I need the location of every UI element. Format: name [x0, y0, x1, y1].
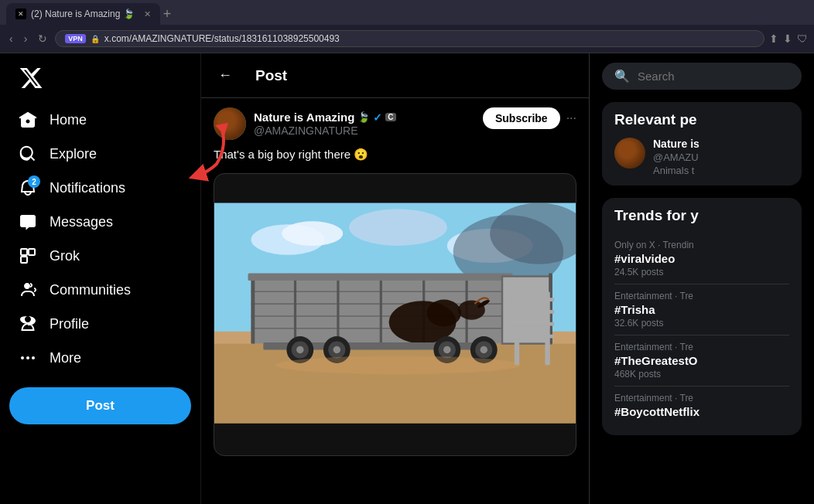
verified-icon: ✓	[373, 111, 382, 124]
c-badge: C	[385, 113, 395, 121]
sidebar-item-notifications[interactable]: 2 Notifications	[9, 171, 191, 205]
back-button[interactable]: ←	[214, 63, 237, 88]
svg-point-39	[296, 346, 303, 352]
post-view-header: ← Post	[201, 53, 589, 98]
more-icon	[19, 349, 37, 367]
relevant-person-avatar	[614, 138, 645, 169]
svg-point-10	[282, 221, 343, 246]
sidebar-item-explore[interactable]: Explore	[9, 137, 191, 171]
sidebar-item-label-explore: Explore	[50, 146, 97, 162]
sidebar-item-grok[interactable]: Grok	[9, 239, 191, 273]
lock-icon: 🔒	[91, 35, 100, 43]
trend-name-1: #viralvideo	[614, 252, 789, 265]
search-bar[interactable]: 🔍	[602, 63, 802, 90]
post-button[interactable]: Post	[9, 387, 191, 424]
sidebar-item-more[interactable]: More	[9, 341, 191, 375]
svg-rect-52	[511, 310, 554, 314]
sidebar-item-label-profile: Profile	[50, 316, 89, 332]
sidebar-item-messages[interactable]: Messages	[9, 205, 191, 239]
tweet-area: Nature is Amazing 🍃 ✓ C @AMAZINGNATURE S…	[201, 98, 589, 465]
svg-point-5	[21, 356, 24, 359]
author-display-name: Nature is Amazing 🍃 ✓ C	[254, 111, 396, 124]
profile-icon	[19, 315, 37, 333]
forward-button[interactable]: ›	[21, 29, 31, 48]
relevant-person-desc: Animals t	[653, 165, 699, 176]
svg-rect-4	[21, 257, 27, 263]
new-tab-button[interactable]: +	[163, 6, 172, 22]
subscribe-button[interactable]: Subscribe	[483, 107, 560, 129]
url-bar[interactable]: VPN 🔒 x.com/AMAZINGNATURE/status/1831611…	[55, 30, 764, 47]
svg-point-11	[349, 209, 447, 245]
downloads-icon[interactable]: ⬇	[783, 32, 792, 45]
url-text: x.com/AMAZINGNATURE/status/1831611038925…	[104, 33, 754, 44]
trend-name-4: #BoycottNetflix	[614, 405, 789, 418]
svg-rect-22	[251, 276, 255, 343]
svg-point-55	[275, 356, 521, 374]
tab-close-button[interactable]: ✕	[144, 9, 151, 19]
svg-rect-53	[511, 322, 554, 325]
svg-point-6	[26, 356, 29, 359]
relevant-person-name: Nature is	[653, 138, 699, 150]
app-layout: Home Explore 2 Notifications Messa	[0, 53, 814, 504]
vpn-badge: VPN	[65, 34, 86, 43]
trend-name-2: #Trisha	[614, 303, 789, 316]
sidebar-item-label-home: Home	[50, 112, 87, 128]
sidebar-item-label-messages: Messages	[50, 214, 113, 230]
media-container	[214, 173, 576, 456]
svg-rect-16	[214, 343, 576, 423]
svg-point-34	[427, 299, 461, 326]
communities-icon	[19, 281, 37, 299]
tab-title: (2) Nature is Amazing 🍃	[31, 9, 135, 19]
relevant-person-handle: @AMAZU	[653, 152, 699, 163]
share-icon[interactable]: ⬆	[769, 32, 778, 45]
sidebar-item-communities[interactable]: Communities	[9, 273, 191, 307]
author-right-actions: Subscribe ···	[483, 107, 576, 129]
relevant-person-info: Nature is @AMAZU Animals t	[653, 138, 699, 176]
post-view-title: Post	[255, 67, 287, 84]
active-tab[interactable]: ✕ (2) Nature is Amazing 🍃 ✕	[6, 3, 160, 25]
nav-bar: ‹ › ↻ VPN 🔒 x.com/AMAZINGNATURE/status/1…	[0, 25, 814, 53]
trend-meta-4: Entertainment · Tre	[614, 393, 789, 404]
grok-icon	[19, 247, 37, 265]
tweet-more-button[interactable]: ···	[566, 111, 576, 125]
sidebar-item-label-more: More	[50, 350, 81, 366]
trend-item-2[interactable]: Entertainment · Tre #Trisha 32.6K posts	[614, 284, 789, 335]
sidebar-item-label-grok: Grok	[50, 248, 80, 264]
sidebar-item-label-notifications: Notifications	[50, 180, 125, 196]
relevant-people-section: Relevant pe Nature is @AMAZU Animals t	[602, 102, 802, 186]
svg-rect-25	[380, 276, 382, 343]
refresh-button[interactable]: ↻	[35, 29, 50, 48]
svg-point-7	[32, 356, 35, 359]
x-logo-icon	[19, 66, 43, 90]
sidebar-logo[interactable]	[9, 60, 191, 100]
media-video	[214, 174, 576, 452]
sidebar-item-label-communities: Communities	[50, 282, 131, 298]
search-icon: 🔍	[614, 69, 630, 83]
svg-point-48	[481, 346, 487, 352]
right-sidebar: 🔍 Relevant pe Nature is @AMAZU Animals t…	[590, 53, 814, 504]
bell-icon: 2	[19, 179, 37, 197]
svg-rect-50	[545, 291, 549, 365]
trend-item-3[interactable]: Entertainment · Tre #TheGreatestO 468K p…	[614, 335, 789, 387]
svg-rect-2	[21, 249, 27, 255]
home-icon	[19, 111, 37, 129]
sidebar-item-profile[interactable]: Profile	[9, 307, 191, 341]
trend-item-1[interactable]: Only on X · Trendin #viralvideo 24.5K po…	[614, 233, 789, 284]
relevant-person-item[interactable]: Nature is @AMAZU Animals t	[614, 138, 789, 176]
trend-item-4[interactable]: Entertainment · Tre #BoycottNetflix	[614, 387, 789, 426]
extensions-icon[interactable]: 🛡	[797, 32, 808, 45]
author-names: Nature is Amazing 🍃 ✓ C @AMAZINGNATURE	[254, 111, 396, 137]
back-button[interactable]: ‹	[6, 29, 16, 48]
tab-bar: ✕ (2) Nature is Amazing 🍃 ✕ +	[0, 0, 814, 25]
svg-point-42	[333, 346, 340, 352]
svg-point-45	[443, 346, 450, 352]
author-handle: @AMAZINGNATURE	[254, 124, 396, 137]
leaf-badge-icon: 🍃	[357, 111, 370, 123]
sidebar: Home Explore 2 Notifications Messa	[0, 53, 201, 504]
author-info: Nature is Amazing 🍃 ✓ C @AMAZINGNATURE	[214, 107, 396, 140]
sidebar-item-home[interactable]: Home	[9, 103, 191, 137]
svg-rect-54	[511, 334, 554, 338]
explore-icon	[19, 145, 37, 163]
avatar-image	[214, 107, 246, 140]
search-input[interactable]	[638, 70, 789, 83]
